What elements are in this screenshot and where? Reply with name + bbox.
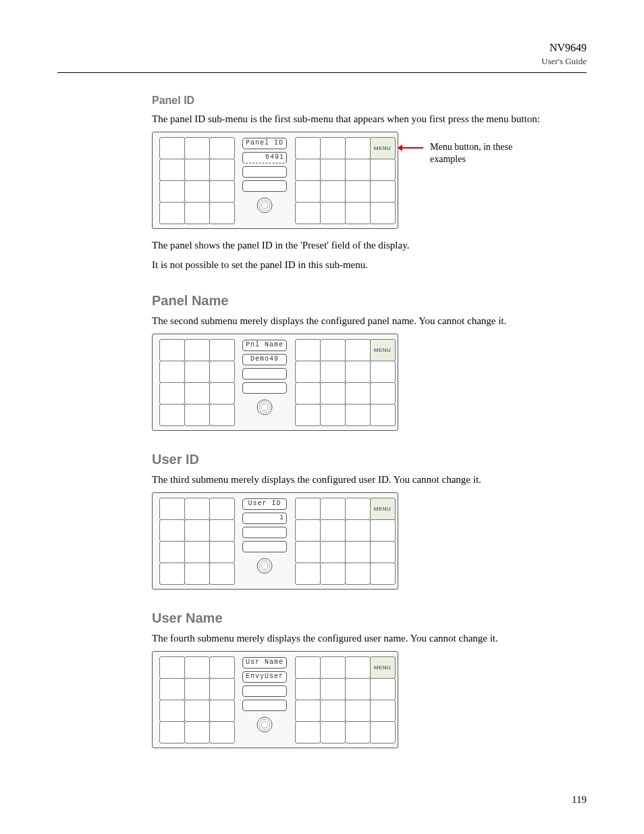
panel-button <box>295 404 321 426</box>
device-panel: Panel ID 6491 MENU <box>152 132 398 229</box>
panel-button <box>345 361 371 383</box>
panel-button <box>159 721 185 744</box>
page-header: NV9649 User's Guide <box>57 41 587 68</box>
heading-user-name: User Name <box>152 608 587 627</box>
page-number: 119 <box>572 793 587 807</box>
panel-button <box>295 519 321 542</box>
device-panel: Pnl Name Demo49 MENU <box>152 334 398 431</box>
panel-button <box>209 678 235 700</box>
user-name-figure: Usr Name EnvyUser MENU <box>152 651 587 748</box>
panel-button <box>320 563 346 585</box>
panel-button <box>209 721 235 744</box>
panel-button <box>159 202 185 224</box>
panel-button <box>345 137 371 159</box>
heading-user-id: User ID <box>152 450 587 469</box>
panel-button <box>159 159 185 181</box>
panel-button <box>320 678 346 700</box>
panel-button <box>320 721 346 744</box>
menu-button: MENU <box>370 498 396 520</box>
panel-button <box>209 700 235 722</box>
panel-button <box>370 404 396 426</box>
panel-button <box>370 678 396 700</box>
panel-button <box>295 202 321 224</box>
display-field-blank <box>242 382 287 394</box>
right-button-grid: MENU <box>295 498 395 585</box>
panel-button <box>370 159 396 181</box>
panel-button <box>209 656 235 679</box>
panel-button <box>370 361 396 383</box>
panel-button <box>370 541 396 563</box>
panel-button <box>295 563 321 585</box>
panel-button <box>370 382 396 405</box>
menu-button: MENU <box>370 656 396 679</box>
panel-button <box>159 180 185 203</box>
panel-button <box>159 563 185 585</box>
panel-button <box>320 180 346 203</box>
panel-button <box>159 700 185 722</box>
panel-button <box>184 180 210 203</box>
panel-button <box>159 498 185 520</box>
panel-button <box>345 519 371 542</box>
device-panel: Usr Name EnvyUser MENU <box>152 651 398 748</box>
display-field-value: 1 <box>242 513 287 524</box>
panel-button <box>295 159 321 181</box>
panel-button <box>159 339 185 361</box>
panel-button <box>345 541 371 563</box>
panel-button <box>159 361 185 383</box>
display-field-blank <box>242 527 287 538</box>
left-button-grid <box>159 657 234 744</box>
panel-name-intro: The second submenu merely displays the c… <box>152 314 587 328</box>
panel-button <box>320 541 346 563</box>
panel-button <box>320 361 346 383</box>
panel-button <box>184 404 210 426</box>
display-field-blank <box>242 685 287 697</box>
panel-button <box>345 404 371 426</box>
panel-button <box>295 137 321 159</box>
panel-button <box>184 721 210 744</box>
display-field-value: 6491 <box>242 152 287 163</box>
panel-button <box>370 180 396 203</box>
display-field-blank <box>242 700 287 711</box>
user-name-intro: The fourth submenu merely displays the c… <box>152 631 587 646</box>
heading-panel-name: Panel Name <box>152 291 587 310</box>
panel-button <box>159 678 185 700</box>
display-field-value: EnvyUser <box>242 671 287 683</box>
display-column: Usr Name EnvyUser <box>242 657 287 733</box>
panel-button <box>295 361 321 383</box>
panel-button <box>159 541 185 563</box>
panel-button <box>184 700 210 722</box>
display-field-label: Panel ID <box>242 138 287 149</box>
panel-button <box>345 159 371 181</box>
panel-button <box>159 656 185 679</box>
panel-button <box>345 656 371 679</box>
panel-button <box>209 137 235 159</box>
menu-button: MENU <box>370 137 396 159</box>
panel-button <box>209 404 235 426</box>
panel-button <box>345 202 371 224</box>
right-button-grid: MENU <box>295 340 395 426</box>
panel-button <box>159 404 185 426</box>
panel-button <box>295 498 321 520</box>
device-panel: User ID 1 MENU <box>152 492 398 590</box>
panel-button <box>184 361 210 383</box>
rotary-knob-icon <box>256 398 273 416</box>
display-field-label: Usr Name <box>242 657 287 669</box>
panel-button <box>320 404 346 426</box>
menu-button: MENU <box>370 339 396 361</box>
panel-button <box>209 563 235 585</box>
display-field-value: Demo49 <box>242 354 287 365</box>
panel-button <box>345 678 371 700</box>
panel-button <box>159 519 185 542</box>
user-id-figure: User ID 1 MENU <box>152 492 587 590</box>
panel-button <box>345 498 371 520</box>
panel-button <box>320 339 346 361</box>
panel-button <box>370 721 396 744</box>
panel-button <box>209 202 235 224</box>
display-column: Pnl Name Demo49 <box>242 340 287 416</box>
panel-button <box>295 656 321 679</box>
panel-button <box>159 137 185 159</box>
panel-button <box>320 159 346 181</box>
panel-button <box>184 137 210 159</box>
panel-button <box>295 382 321 405</box>
panel-button <box>209 498 235 520</box>
